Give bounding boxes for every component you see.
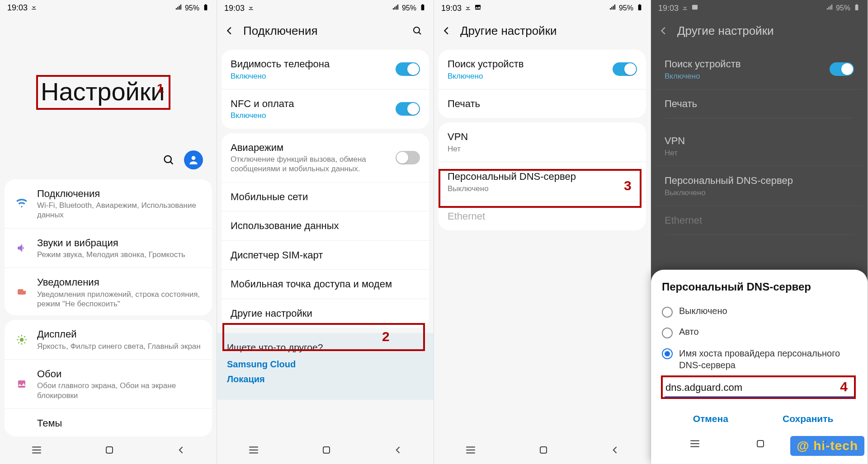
item-vpn[interactable]: VPNНет <box>439 122 646 162</box>
nav-back-icon[interactable] <box>394 445 403 455</box>
battery-pct: 95% <box>185 4 199 12</box>
nav-home-icon[interactable] <box>755 438 766 449</box>
watermark-badge: @ hi-tech <box>790 436 864 456</box>
svg-point-19 <box>414 27 420 33</box>
nav-bar <box>0 436 217 464</box>
item-display[interactable]: Дисплей Яркость, Фильтр синего света, Гл… <box>5 320 212 360</box>
screen-connections: 19:03 95% Подключения Видимость телефона… <box>217 0 434 464</box>
nav-recent-icon[interactable] <box>248 445 259 455</box>
screen-dns-dialog: 19:03 95% Другие настройки Поиск устройс… <box>651 0 868 464</box>
nav-recent-icon[interactable] <box>689 439 701 448</box>
dialog-save-button[interactable]: Сохранить <box>760 408 857 430</box>
svg-point-5 <box>20 337 24 342</box>
item-airplane[interactable]: АвиарежимОтключение функций вызова, обме… <box>222 133 429 183</box>
item-private-dns[interactable]: Персональный DNS-серверВыключено <box>439 162 646 202</box>
status-bar: 19:03 95% <box>651 0 868 16</box>
settings-card-2: Дисплей Яркость, Фильтр синего света, Гл… <box>5 320 212 436</box>
item-notifications[interactable]: Уведомления Уведомления приложений, стро… <box>5 268 212 315</box>
image-icon <box>691 4 698 13</box>
item-phone-visibility[interactable]: Видимость телефонаВключено <box>222 50 429 89</box>
toggle-phone-visibility[interactable] <box>396 62 420 76</box>
highlight-marker-2: 2 <box>382 329 390 344</box>
item-mobile-networks[interactable]: Мобильные сети <box>222 183 429 212</box>
item-printing: Печать <box>656 89 863 119</box>
image-icon <box>474 4 481 13</box>
battery-icon <box>853 4 860 13</box>
nav-bar <box>217 436 434 464</box>
item-private-dns: Персональный DNS-серверВыключено <box>656 166 863 206</box>
toggle-airplane[interactable] <box>396 151 420 164</box>
nav-recent-icon[interactable] <box>465 445 476 455</box>
download-icon <box>30 3 38 13</box>
toggle-nearby-devices[interactable] <box>613 62 637 76</box>
item-printing[interactable]: Печать <box>439 89 646 118</box>
page-title: Настройки <box>41 77 165 106</box>
item-sim-manager[interactable]: Диспетчер SIM-карт <box>222 241 429 270</box>
item-nearby-devices[interactable]: Поиск устройствВключено <box>439 50 646 89</box>
nav-recent-icon[interactable] <box>31 445 42 455</box>
item-connections[interactable]: Подключения Wi-Fi, Bluetooth, Авиарежим,… <box>5 179 212 229</box>
highlight-marker-4: 4 <box>840 379 848 394</box>
toggle-nfc[interactable] <box>396 102 420 116</box>
nav-home-icon[interactable] <box>321 445 332 455</box>
screen-other-settings: 19:03 95% Другие настройки Поиск устройс… <box>434 0 651 464</box>
dialog-cancel-button[interactable]: Отмена <box>662 408 760 430</box>
sound-icon <box>16 242 28 254</box>
highlight-marker-1: 1 <box>157 81 164 96</box>
back-button <box>656 23 672 39</box>
screen-settings-main: 19:03 95% Настройки 1 Подклю <box>0 0 217 464</box>
item-wallpaper[interactable]: Обои Обои главного экрана, Обои на экран… <box>5 360 212 409</box>
item-data-usage[interactable]: Использование данных <box>222 211 429 241</box>
link-location[interactable]: Локация <box>227 374 424 384</box>
item-nearby-devices: Поиск устройствВключено <box>656 50 863 89</box>
radio-off[interactable]: Выключено <box>662 301 857 322</box>
svg-rect-14 <box>18 380 25 388</box>
item-hotspot[interactable]: Мобильная точка доступа и модем <box>222 270 429 299</box>
nav-bar <box>434 436 651 464</box>
back-button[interactable] <box>222 23 238 39</box>
status-bar: 19:03 95% <box>217 0 434 16</box>
toggle-nearby-devices <box>830 62 854 76</box>
search-button[interactable] <box>160 152 177 168</box>
nav-back-icon[interactable] <box>177 445 186 455</box>
signal-icon <box>175 4 182 13</box>
nav-back-icon[interactable] <box>611 445 620 455</box>
item-sounds[interactable]: Звуки и вибрация Режим звука, Мелодия зв… <box>5 229 212 268</box>
battery-icon <box>636 4 643 13</box>
svg-rect-30 <box>692 5 698 9</box>
battery-icon <box>419 4 426 13</box>
dns-dialog: Персональный DNS-сервер Выключено Авто И… <box>651 270 868 464</box>
item-label: Подключения <box>37 187 202 200</box>
dialog-title: Персональный DNS-сервер <box>662 281 857 293</box>
search-button[interactable] <box>409 23 425 39</box>
svg-rect-18 <box>106 447 113 453</box>
item-nfc[interactable]: NFC и оплатаВключено <box>222 89 429 129</box>
link-samsung-cloud[interactable]: Samsung Cloud <box>227 359 424 370</box>
svg-line-1 <box>170 161 173 164</box>
brightness-icon <box>16 334 28 346</box>
item-ethernet: Ethernet <box>656 206 863 235</box>
radio-hostname[interactable]: Имя хоста провайдера персонального DNS-с… <box>662 343 857 375</box>
back-button[interactable] <box>439 23 455 39</box>
profile-avatar[interactable] <box>184 150 203 169</box>
item-vpn: VPNНет <box>656 127 863 166</box>
nav-home-icon[interactable] <box>104 445 115 455</box>
signal-icon <box>826 4 833 13</box>
notification-icon <box>16 287 27 298</box>
svg-rect-25 <box>475 5 481 9</box>
item-sub: Wi-Fi, Bluetooth, Авиарежим, Использован… <box>37 201 202 220</box>
nav-home-icon[interactable] <box>538 445 549 455</box>
item-more-settings[interactable]: Другие настройки <box>222 299 429 328</box>
page-title: Другие настройки <box>460 24 557 38</box>
radio-auto[interactable]: Авто <box>662 322 857 343</box>
svg-point-2 <box>192 156 196 160</box>
status-bar: 19:03 95% <box>0 0 217 16</box>
svg-line-12 <box>18 342 19 343</box>
battery-icon <box>202 4 209 13</box>
svg-line-10 <box>18 336 19 337</box>
item-themes[interactable]: Темы <box>5 409 212 436</box>
dns-hostname-input[interactable] <box>665 379 854 397</box>
download-icon <box>464 4 472 13</box>
svg-point-0 <box>165 155 171 162</box>
wifi-icon <box>16 198 28 210</box>
